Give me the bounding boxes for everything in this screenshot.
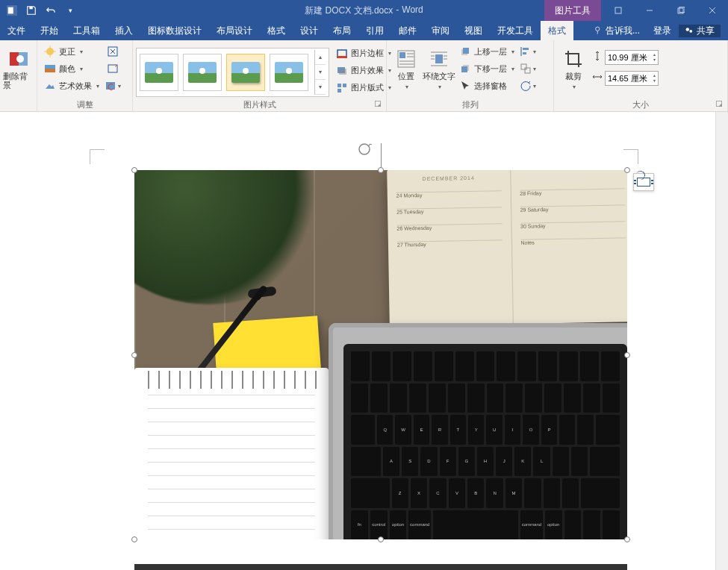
picture-border-icon (336, 48, 348, 60)
tab-insert[interactable]: 插入 (108, 21, 140, 40)
tab-review[interactable]: 审阅 (424, 21, 457, 40)
tab-layoutdesign[interactable]: 布局设计 (209, 21, 260, 40)
rotate-button[interactable]: ▾ (520, 78, 536, 94)
spinner-icon[interactable]: ▴▾ (653, 52, 656, 63)
picture-effects-icon (336, 65, 348, 77)
qat-more-button[interactable]: ▾ (61, 1, 79, 19)
picture-layout-button[interactable]: 图片版式▾ (334, 80, 393, 96)
tab-file[interactable]: 文件 (0, 21, 33, 40)
selection-pane-icon (459, 80, 471, 92)
tab-design[interactable]: 设计 (293, 21, 326, 40)
crop-button[interactable]: 裁剪▾ (557, 42, 590, 97)
remove-background-button[interactable]: 删除背景 (3, 42, 34, 97)
close-button[interactable] (697, 0, 728, 21)
svg-point-12 (16, 55, 24, 63)
send-backward-button[interactable]: 下移一层▾ (457, 60, 517, 77)
tab-mailings[interactable]: 邮件 (391, 21, 424, 40)
chevron-down-icon: ▾ (533, 66, 536, 72)
tab-chartdata[interactable]: 图标数据设计 (140, 21, 209, 40)
send-backward-icon (459, 63, 471, 75)
word-app-icon[interactable] (3, 1, 21, 19)
height-input[interactable]: 10.99 厘米▴▾ (605, 50, 659, 65)
svg-rect-24 (337, 56, 347, 58)
corrections-button[interactable]: 更正▾ (42, 43, 102, 60)
layout-options-button[interactable] (633, 173, 654, 191)
position-button[interactable]: 位置▾ (390, 42, 423, 97)
color-icon (44, 63, 56, 75)
gallery-more[interactable]: ▾ (315, 80, 326, 95)
selected-image[interactable]: DECEMBER 2014 24 Monday 25 Tuesday 26 We… (134, 170, 627, 539)
resize-handle[interactable] (131, 536, 137, 542)
compress-pictures-button[interactable] (105, 43, 121, 60)
save-button[interactable] (22, 1, 40, 19)
chevron-down-icon: ▾ (533, 83, 536, 90)
tab-view[interactable]: 视图 (457, 21, 490, 40)
svg-point-52 (359, 144, 370, 154)
resize-handle[interactable] (131, 167, 137, 173)
width-input[interactable]: 14.65 厘米▴▾ (605, 71, 659, 86)
next-content-hint (134, 564, 627, 570)
artistic-icon (44, 80, 56, 92)
gallery-scroll-up[interactable]: ▴ (315, 50, 326, 65)
color-button[interactable]: 颜色▾ (42, 60, 102, 77)
undo-button[interactable] (42, 1, 60, 19)
vertical-scrollbar[interactable] (715, 112, 728, 570)
svg-rect-48 (523, 48, 529, 50)
resize-handle[interactable] (378, 167, 384, 173)
document-canvas[interactable]: DECEMBER 2014 24 Monday 25 Tuesday 26 We… (0, 112, 728, 570)
chevron-down-icon: ▾ (533, 48, 536, 55)
picture-layout-icon (336, 82, 348, 94)
picture-border-button[interactable]: 图片边框▾ (334, 46, 393, 62)
svg-rect-19 (45, 69, 55, 72)
svg-point-8 (686, 28, 690, 31)
spinner-icon[interactable]: ▴▾ (653, 73, 656, 84)
chevron-down-icon: ▾ (405, 84, 408, 90)
resize-handle[interactable] (131, 352, 137, 358)
style-item-4[interactable] (270, 54, 308, 91)
tell-me-input[interactable]: 告诉我... (588, 25, 646, 37)
style-item-1[interactable] (140, 54, 178, 91)
style-item-2[interactable] (183, 54, 222, 91)
svg-rect-46 (461, 66, 467, 72)
group-objects-button[interactable]: ▾ (520, 60, 536, 77)
tab-toolkit[interactable]: 工具箱 (66, 21, 108, 40)
reset-picture-button[interactable]: ▾ (105, 78, 121, 94)
wrap-text-button[interactable]: 环绕文字▾ (423, 42, 455, 97)
dialog-launcher-icon[interactable] (716, 101, 722, 107)
resize-handle[interactable] (624, 167, 630, 173)
tab-format-picture[interactable]: 格式 (541, 21, 573, 40)
resize-handle[interactable] (624, 536, 630, 542)
artistic-effects-button[interactable]: 艺术效果▾ (42, 78, 102, 94)
dialog-launcher-icon[interactable] (375, 101, 381, 107)
gallery-scroll-down[interactable]: ▾ (315, 65, 326, 80)
minimize-button[interactable] (634, 0, 665, 21)
selection-pane-button[interactable]: 选择窗格 (457, 78, 517, 94)
resize-handle[interactable] (624, 352, 630, 358)
margin-corner-icon (90, 149, 105, 164)
height-icon (591, 50, 603, 65)
tab-home[interactable]: 开始 (33, 21, 66, 40)
bring-forward-button[interactable]: 上移一层▾ (457, 43, 517, 60)
app-name: Word (402, 4, 423, 17)
share-button[interactable]: 共享 (679, 25, 721, 37)
group-label-styles: 图片样式 (136, 99, 383, 111)
tab-format1[interactable]: 格式 (260, 21, 293, 40)
login-button[interactable]: 登录 (646, 25, 679, 37)
rotate-handle[interactable] (357, 142, 372, 157)
svg-rect-28 (343, 84, 346, 87)
picture-effects-button[interactable]: 图片效果▾ (334, 63, 393, 79)
svg-rect-50 (521, 64, 526, 69)
tab-references[interactable]: 引用 (358, 21, 391, 40)
restore-button[interactable] (665, 0, 697, 21)
corrections-icon (44, 46, 56, 57)
tab-layout2[interactable]: 布局 (326, 21, 358, 40)
change-picture-button[interactable] (105, 60, 121, 77)
ribbon-display-icon[interactable] (603, 0, 634, 21)
tab-developer[interactable]: 开发工具 (490, 21, 541, 40)
align-button[interactable]: ▾ (520, 43, 536, 60)
picture-styles-gallery[interactable]: ▴ ▾ ▾ (136, 48, 329, 97)
svg-rect-27 (337, 84, 341, 87)
style-item-3[interactable] (226, 54, 265, 91)
chevron-down-icon: ▾ (573, 84, 576, 90)
resize-handle[interactable] (378, 536, 384, 542)
